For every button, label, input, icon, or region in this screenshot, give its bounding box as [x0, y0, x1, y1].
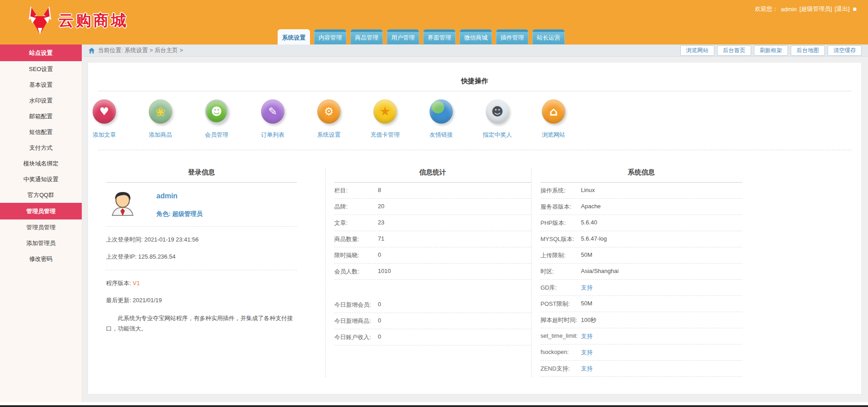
sidebar-menu: 站点设置 SEO设置 基本设置 水印设置 邮箱配置 短信配置 支付方式 模块域名… — [0, 45, 82, 402]
browse-site-button[interactable]: 浏览网站 — [680, 45, 714, 56]
sidebar-item-add-admin[interactable]: 添加管理员 — [0, 235, 82, 251]
stat-row-today-new-members: 今日新增会员:0 — [334, 297, 531, 313]
stat-row-articles: 文章:23 — [334, 215, 531, 231]
main-nav-tabs: 系统设置 内容管理 商品管理 用户管理 界面管理 微信商城 插件管理 站长运营 — [278, 29, 565, 45]
breadcrumb: 当前位置: 系统设置 > 后台主页 > — [98, 46, 183, 54]
sys-row-fsockopen: fsockopen:支持 — [540, 344, 742, 361]
stat-row-today-new-products: 今日新增商品:0 — [334, 313, 531, 329]
profile-username-link[interactable]: admin — [156, 192, 203, 200]
quickop-member-management[interactable]: ☻ 会员管理 — [200, 99, 257, 139]
home-icon — [89, 48, 95, 54]
clear-cache-button[interactable]: 清空缓存 — [828, 45, 862, 56]
quickop-label: 订单列表 — [252, 131, 293, 139]
stat-value: 1010 — [378, 268, 391, 276]
sys-value-link[interactable]: 支持 — [581, 365, 593, 373]
gears-icon: ⚙ — [317, 99, 341, 124]
logout-link[interactable]: [退出] — [835, 5, 850, 13]
stat-value: 71 — [378, 235, 384, 243]
sys-row-timezone: 时区:Asia/Shanghai — [540, 264, 742, 280]
quickop-add-product[interactable]: ❀ 添加商品 — [144, 99, 200, 139]
tab-wechat-mall[interactable]: 微信商城 — [460, 29, 492, 45]
sidebar-item-site-settings[interactable]: 站点设置 — [0, 45, 82, 61]
version-label: 程序版本: — [106, 280, 133, 286]
quickop-friend-links[interactable]: 友情链接 — [425, 99, 481, 139]
logo-text: 云购商城 — [58, 10, 128, 31]
quickop-order-list[interactable]: ✎ 订单列表 — [257, 99, 313, 139]
sys-row-upload-limit: 上传限制:50M — [540, 247, 742, 264]
sys-value: Asia/Shanghai — [581, 268, 619, 276]
tab-content-management[interactable]: 内容管理 — [314, 29, 346, 45]
sidebar-item-admin-management-header[interactable]: 管理员管理 — [0, 203, 82, 219]
tab-system-settings[interactable]: 系统设置 — [278, 29, 310, 45]
sys-value: Apache — [581, 203, 601, 211]
house-glyph: ⌂ — [549, 106, 558, 117]
sidebar-item-module-domain-binding[interactable]: 模块域名绑定 — [0, 156, 82, 171]
footer-edge — [0, 405, 868, 407]
members-icon: ☻ — [205, 99, 228, 124]
stat-row-members: 会员人数:1010 — [334, 264, 531, 280]
sunflower-icon: ❀ — [149, 99, 172, 124]
winner-person-icon: ☻ — [486, 99, 509, 124]
missing-glyph-square — [853, 8, 856, 11]
system-panel-title: 系统信息 — [540, 168, 742, 183]
quickop-system-settings[interactable]: ⚙ 系统设置 — [313, 99, 369, 139]
sys-label: PHP版本: — [540, 219, 581, 227]
sidebar-item-payment-methods[interactable]: 支付方式 — [0, 140, 82, 156]
sys-label: 脚本超时时间: — [540, 316, 581, 324]
sys-label: 上传限制: — [540, 251, 581, 259]
admin-sitemap-button[interactable]: 后台地图 — [791, 45, 825, 56]
stat-value: 0 — [378, 333, 381, 341]
welcome-username: admin — [781, 6, 797, 13]
sidebar-item-sms-config[interactable]: 短信配置 — [0, 124, 82, 140]
sidebar-item-change-password[interactable]: 修改密码 — [0, 251, 82, 267]
sys-row-server: 服务器版本:Apache — [540, 199, 742, 215]
sidebar-item-admin-management[interactable]: 管理员管理 — [0, 219, 82, 235]
sys-value-link[interactable]: 支持 — [581, 284, 593, 292]
sys-label: POST限制: — [540, 300, 581, 308]
sys-value-link[interactable]: 支持 — [581, 349, 593, 357]
tab-interface-management[interactable]: 界面管理 — [423, 29, 456, 45]
sys-label: 时区: — [540, 268, 581, 276]
stat-row-timed-reveal: 限时揭晓:0 — [334, 247, 531, 264]
sys-row-set-time-limit: set_time_limit:支持 — [540, 328, 742, 344]
gear-glyph: ⚙ — [324, 106, 334, 117]
sys-value-link[interactable]: 支持 — [581, 332, 593, 340]
quickop-add-article[interactable]: ♥ 添加文章 — [88, 99, 144, 139]
top-header: 云购商城 欢迎您： admin [超级管理员] [退出] 系统设置 内容管理 商… — [0, 0, 868, 45]
info-columns: 登录信息 admin 角色: 超级管理员 — [88, 168, 861, 377]
system-info-panel: 系统信息 操作系统:Linux 服务器版本:Apache PHP版本:5.6.4… — [531, 168, 742, 377]
quickop-label: 系统设置 — [308, 131, 350, 139]
profile-role: 角色: 超级管理员 — [156, 210, 203, 218]
sidebar-item-seo-settings[interactable]: SEO设置 — [0, 61, 82, 77]
stats-panel-title: 信息统计 — [334, 168, 531, 183]
sidebar-item-winning-notice-settings[interactable]: 中奖通知设置 — [0, 171, 82, 187]
stat-row-categories: 栏目:8 — [334, 183, 531, 199]
sys-value: 5.6.40 — [581, 219, 597, 227]
sidebar-item-official-qq-group[interactable]: 官方QQ群 — [0, 187, 82, 203]
refresh-frame-button[interactable]: 刷新框架 — [754, 45, 788, 56]
quickop-browse-site[interactable]: ⌂ 浏览网站 — [537, 99, 593, 139]
tab-product-management[interactable]: 商品管理 — [350, 29, 383, 45]
sys-row-php: PHP版本:5.6.40 — [540, 215, 742, 231]
quick-ops-row: ♥ 添加文章 ❀ 添加商品 ☻ 会员管理 ✎ 订单列表 ⚙ 系统设置 — [88, 99, 861, 139]
sidebar-item-watermark-settings[interactable]: 水印设置 — [0, 93, 82, 108]
stat-row-products: 商品数量:71 — [334, 231, 531, 247]
stat-value: 8 — [378, 187, 381, 195]
quickop-recharge-card[interactable]: ★ 充值卡管理 — [369, 99, 425, 139]
stat-label: 品牌: — [334, 203, 378, 211]
quickop-designate-winner[interactable]: ☻ 指定中奖人 — [481, 99, 537, 139]
tab-plugin-management[interactable]: 插件管理 — [496, 29, 528, 45]
tab-webmaster-operations[interactable]: 站长运营 — [532, 29, 565, 45]
sidebar-item-email-config[interactable]: 邮箱配置 — [0, 108, 82, 124]
stat-value: 23 — [378, 219, 384, 227]
sys-row-mysql: MYSQL版本:5.6.47-log — [540, 231, 742, 247]
last-update-line: 最后更新: 2021/01/19 — [106, 296, 297, 304]
tab-user-management[interactable]: 用户管理 — [387, 29, 419, 45]
stat-value: 0 — [378, 251, 381, 259]
stat-label: 今日新增商品: — [334, 317, 378, 325]
stat-label: 商品数量: — [334, 235, 378, 243]
admin-home-button[interactable]: 后台首页 — [717, 45, 751, 56]
sidebar-item-basic-settings[interactable]: 基本设置 — [0, 77, 82, 93]
sys-label: fsockopen: — [540, 349, 581, 357]
dashed-divider — [106, 270, 297, 270]
